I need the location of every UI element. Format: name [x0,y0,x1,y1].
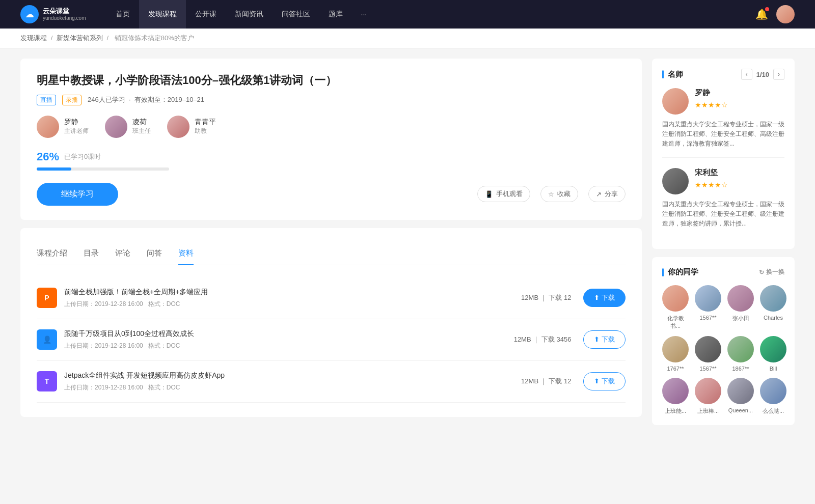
classmate-item[interactable]: 1567** [695,285,721,330]
teacher-name: 凌荷 [132,118,151,127]
classmate-item[interactable]: 1567** [695,336,721,372]
file-info: 前端全栈加强版！前端全栈+全周期+多端应用 上传日期：2019-12-28 16… [64,288,509,309]
classmates-title-bar [662,268,664,276]
classmate-item[interactable]: 化学教书... [662,285,689,330]
teachers-sidebar-title: 名师 ‹ 1/10 › [662,69,784,80]
classmates-title: 你的同学 ↻ 换一换 [662,267,784,277]
action-buttons: 📱 手机观看 ☆ 收藏 ↗ 分享 [477,186,626,202]
classmate-item[interactable]: 么么哒... [760,378,786,415]
teacher-avatar [167,116,189,138]
sidebar-teacher-avatar [662,168,689,194]
file-meta: 上传日期：2019-12-28 16:00 格式：DOC [64,342,502,350]
nav-item-题库[interactable]: 题库 [319,0,352,29]
classmates-grid: 化学教书... 1567** 张小田 Charles 1767** 1567**… [662,285,784,415]
classmate-item[interactable]: Bill [760,336,786,372]
share-button[interactable]: ↗ 分享 [588,186,626,202]
download-button[interactable]: ⬆ 下载 [583,372,626,390]
file-meta: 上传日期：2019-12-28 16:00 格式：DOC [64,383,509,392]
nav-item-发现课程[interactable]: 发现课程 [139,0,186,29]
classmate-item[interactable]: 张小田 [727,285,754,330]
nav-item-首页[interactable]: 首页 [106,0,139,29]
classmates-title-text: 你的同学 [668,267,698,277]
tab-评论[interactable]: 评论 [115,242,130,265]
classmate-avatar [695,378,721,404]
live-badge: 直播 [37,95,56,105]
breadcrumb-item-2[interactable]: 新媒体营销系列 [57,34,103,42]
logo[interactable]: ☁ 云朵课堂 yunduoketang.com [20,5,86,23]
classmates-card: 你的同学 ↻ 换一换 化学教书... 1567** 张小田 Charles 17… [652,257,795,425]
nav-item-新闻资讯[interactable]: 新闻资讯 [226,0,273,29]
record-badge: 录播 [62,95,82,105]
classmate-avatar [727,285,754,312]
teacher-stars: ★★★★☆ [695,101,728,109]
main-layout: 明星中教授课，小学阶段语法100分–强化级第1讲动词（一） 直播 录播 246人… [0,48,815,443]
notification-dot [765,7,769,11]
nav-item-问答社区[interactable]: 问答社区 [273,0,319,29]
teacher-role: 助教 [195,127,216,135]
collect-button[interactable]: ☆ 收藏 [540,186,578,202]
file-title: 跟随千万级项目从0到100全过程高效成长 [64,329,502,339]
next-teacher-button[interactable]: › [773,69,784,80]
classmate-item[interactable]: 1867** [727,336,754,372]
breadcrumb-item-1[interactable]: 发现课程 [20,34,47,42]
teacher-page: 1/10 [756,71,769,78]
classmate-avatar [760,378,786,404]
teacher-name: 青青平 [195,118,216,127]
share-icon: ↗ [596,190,602,198]
files-card: 课程介绍目录评论问答资料 P 前端全栈加强版！前端全栈+全周期+多端应用 上传日… [20,228,642,417]
progress-percent: 26% [37,150,59,163]
classmate-avatar [695,336,721,362]
refresh-icon: ↻ [759,269,764,276]
continue-study-button[interactable]: 继续学习 [37,183,118,206]
avatar-image [776,5,795,23]
classmate-item[interactable]: Queeen... [727,378,754,415]
classmate-avatar [727,336,754,362]
classmate-item[interactable]: 上班棒... [695,378,721,415]
course-students: 246人已学习 · 有效期至：2019–10–21 [88,95,204,104]
download-button[interactable]: ⬆ 下载 [583,330,626,349]
progress-bar-fill [37,167,71,171]
teacher-desc: 国内某重点大学安全工程专业硕士，国家一级注册消防工程师、注册安全工程师、级注册建… [662,200,784,229]
classmate-avatar [662,378,689,404]
classmate-item[interactable]: 1767** [662,336,689,372]
refresh-classmates-button[interactable]: ↻ 换一换 [759,268,784,276]
prev-teacher-button[interactable]: ‹ [741,69,752,80]
file-icon: T [37,371,57,391]
classmate-name: 1567** [699,366,716,372]
classmate-item[interactable]: Charles [760,285,786,330]
course-info-card: 明星中教授课，小学阶段语法100分–强化级第1讲动词（一） 直播 录播 246人… [20,59,642,220]
file-icon: P [37,288,57,308]
progress-bar-background [37,167,169,171]
actions-row: 继续学习 📱 手机观看 ☆ 收藏 ↗ 分享 [37,183,626,206]
file-stats: 12MB ｜ 下载 3456 [514,335,572,344]
course-title: 明星中教授课，小学阶段语法100分–强化级第1讲动词（一） [37,73,626,89]
notification-bell[interactable]: 🔔 [755,8,768,20]
file-item: P 前端全栈加强版！前端全栈+全周期+多端应用 上传日期：2019-12-28 … [37,277,626,319]
tab-问答[interactable]: 问答 [147,242,162,265]
breadcrumb: 发现课程 / 新媒体营销系列 / 销冠修炼术搞定80%的客户 [0,29,815,48]
teacher-item: 凌荷 班主任 [105,116,151,138]
sidebar-teacher-card: 罗静 ★★★★☆ 国内某重点大学安全工程专业硕士，国家一级注册消防工程师、注册安… [662,88,784,158]
nav-item-···[interactable]: ··· [352,0,376,29]
teachers-sidebar-card: 名师 ‹ 1/10 › 罗静 ★★★★☆ 国内某重点大学安全工程专业硕士，国 [652,59,795,249]
mobile-icon: 📱 [485,190,493,198]
tab-课程介绍[interactable]: 课程介绍 [37,242,67,265]
user-avatar[interactable] [776,5,795,23]
file-item: 👤 跟随千万级项目从0到100全过程高效成长 上传日期：2019-12-28 1… [37,319,626,361]
nav-item-公开课[interactable]: 公开课 [186,0,226,29]
classmate-avatar [662,336,689,362]
tab-资料[interactable]: 资料 [178,242,194,265]
classmate-name: 张小田 [732,315,749,322]
download-button[interactable]: ⬆ 下载 [583,289,626,307]
teacher-stars: ★★★★☆ [695,181,728,189]
classmate-name: 上班棒... [697,407,719,415]
classmate-avatar [727,378,754,404]
mobile-watch-button[interactable]: 📱 手机观看 [477,186,530,202]
file-title: Jetpack全组件实战 开发短视频应用高仿皮皮虾App [64,371,509,380]
tab-目录[interactable]: 目录 [84,242,99,265]
classmate-name: 么么哒... [763,407,784,415]
file-stats: 12MB ｜ 下载 12 [521,377,571,386]
nav-items: 首页发现课程公开课新闻资讯问答社区题库··· [106,0,755,29]
classmate-item[interactable]: 上班能... [662,378,689,415]
star-icon: ☆ [548,190,554,198]
